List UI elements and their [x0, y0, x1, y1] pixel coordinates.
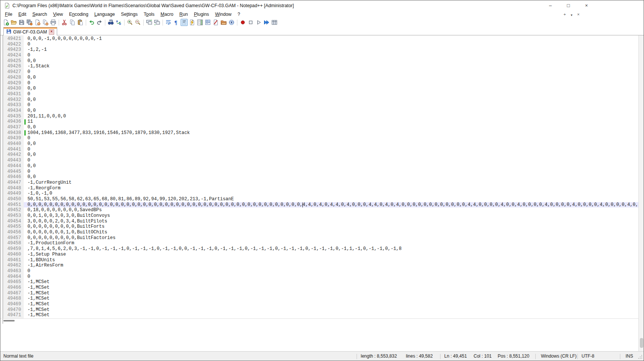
line-number[interactable]: 49459 [3, 246, 24, 252]
document-list-icon[interactable] [204, 19, 211, 26]
macro-stop-icon[interactable] [247, 19, 254, 26]
redo-icon[interactable] [96, 19, 103, 26]
line-number[interactable]: 49465 [3, 279, 24, 285]
code-line[interactable]: 0 [24, 147, 638, 152]
folder-workspace-icon[interactable] [220, 19, 227, 26]
macro-record-icon[interactable] [239, 19, 246, 26]
menu-plugins[interactable]: Plugins [191, 11, 212, 18]
menu-settings[interactable]: Settings [118, 11, 140, 18]
code-line[interactable]: -1,MCSet [24, 312, 638, 318]
line-number[interactable]: 49448 [3, 186, 24, 191]
encoding-status[interactable]: UTF-8 [582, 353, 594, 359]
new-tab-button[interactable]: + [564, 11, 566, 18]
code-line[interactable]: 0,0 [24, 108, 638, 114]
sync-vertical-icon[interactable] [146, 19, 153, 26]
menu-tools[interactable]: Tools [141, 11, 158, 18]
document-map-icon[interactable] [196, 19, 204, 26]
line-number[interactable]: 49456 [3, 230, 24, 235]
line-number[interactable]: 49440 [3, 141, 24, 147]
insert-mode-status[interactable]: INS [626, 353, 633, 359]
menu-encoding[interactable]: Encoding [66, 11, 91, 18]
cut-icon[interactable] [61, 19, 68, 26]
line-number[interactable]: 49421 [3, 36, 24, 42]
monitoring-icon[interactable] [228, 19, 235, 26]
line-number[interactable]: 49424 [3, 53, 24, 58]
code-line[interactable]: -1,MCSet [24, 285, 638, 291]
code-line[interactable]: 0 [24, 169, 638, 175]
close-icon[interactable] [34, 19, 41, 26]
vertical-scrollbar[interactable] [638, 35, 644, 351]
line-number[interactable]: 49450 [3, 196, 24, 202]
print-icon[interactable] [50, 19, 57, 26]
line-number[interactable]: 49435 [3, 114, 24, 119]
line-number[interactable]: 49437 [3, 125, 24, 130]
close-window-button[interactable]: × [578, 0, 595, 11]
menu-edit[interactable]: Edit [15, 11, 29, 18]
macro-run-multi-icon[interactable] [263, 19, 270, 26]
code-line[interactable]: -1,MCSet [24, 279, 638, 285]
word-wrap-icon[interactable] [165, 19, 172, 26]
code-line[interactable]: -1,CurrReorgUnit [24, 180, 638, 186]
line-number[interactable]: 49430 [3, 86, 24, 91]
code-line[interactable]: 0 [24, 136, 638, 141]
code-line[interactable]: 0 [24, 91, 638, 97]
code-line[interactable]: -1,0,-1,0 [24, 191, 638, 196]
line-number[interactable]: 49445 [3, 169, 24, 175]
code-line[interactable]: 0 [24, 53, 638, 58]
code-line[interactable]: -1,MCSet [24, 296, 638, 302]
line-number[interactable]: 49427 [3, 69, 24, 75]
code-line[interactable]: 0,0,0,0,0,0,0,0,0,BuiltFactories [24, 235, 638, 241]
close-tab-button[interactable]: × [577, 11, 579, 18]
line-number[interactable]: 49463 [3, 268, 24, 274]
menu-help[interactable]: ? [234, 11, 243, 18]
line-number[interactable]: 49469 [3, 302, 24, 307]
code-line[interactable]: 0,0 [24, 86, 638, 91]
line-number[interactable]: 49460 [3, 252, 24, 257]
code-line[interactable]: 0,0 [24, 163, 638, 169]
line-number[interactable]: 49457 [3, 235, 24, 241]
line-number[interactable]: 49449 [3, 191, 24, 196]
line-number[interactable]: 49464 [3, 274, 24, 280]
paste-icon[interactable] [77, 19, 84, 26]
menu-run[interactable]: Run [176, 11, 191, 18]
line-number[interactable]: 49436 [3, 119, 24, 125]
menu-view[interactable]: View [50, 11, 66, 18]
code-line[interactable]: 0,0 [24, 174, 638, 180]
line-number[interactable]: 49422 [3, 42, 24, 47]
line-number-gutter[interactable]: 4942149422494234942449425494264942749428… [3, 35, 24, 318]
line-number[interactable]: 49442 [3, 152, 24, 158]
code-line[interactable]: -1,BDUnits [24, 257, 638, 263]
code-line[interactable]: 0,0,0,0,0,0,0,0,0,0,0,0,0,0,0,0,0,0,0,0,… [24, 202, 638, 208]
code-line[interactable]: ,7,8,1,4,5,6,2,0,3,-1,-1,0,-1,-1,-1,0,-1… [24, 246, 638, 252]
code-line[interactable]: 0 [24, 102, 638, 108]
undo-icon[interactable] [88, 19, 95, 26]
code-line[interactable]: 3,0,0,0,0,2,0,3,4,BuiltPilots [24, 219, 638, 224]
vertical-scrollbar-thumb[interactable] [640, 338, 643, 348]
replace-icon[interactable]: ab [115, 19, 122, 26]
show-all-chars-icon[interactable]: ¶ [173, 19, 180, 26]
menu-file[interactable]: File [2, 11, 15, 18]
line-number[interactable]: 49458 [3, 241, 24, 246]
copy-icon[interactable] [69, 19, 76, 26]
line-number[interactable]: 49446 [3, 174, 24, 180]
macro-play-icon[interactable] [255, 19, 262, 26]
line-number[interactable]: 49471 [3, 312, 24, 318]
menu-macro[interactable]: Macro [158, 11, 176, 18]
tab-gw-cf-03[interactable]: GW-CF-03.GAM × [3, 27, 57, 35]
function-list-icon[interactable] [188, 19, 196, 26]
line-number[interactable]: 49434 [3, 108, 24, 114]
line-number[interactable]: 49432 [3, 97, 24, 103]
code-line[interactable]: 0,0 [24, 125, 638, 130]
file-browser-icon[interactable] [212, 19, 219, 26]
tab-list-button[interactable]: ▼ [570, 11, 573, 18]
indent-guides-icon[interactable] [181, 19, 188, 26]
code-line[interactable]: 0 [24, 69, 638, 75]
code-line[interactable]: 0 [24, 42, 638, 47]
code-line[interactable]: -1,AirResForm [24, 263, 638, 268]
line-number[interactable]: 49451 [3, 202, 24, 208]
line-number[interactable]: 49461 [3, 257, 24, 263]
code-line[interactable]: 0,18,0,0,0,0,0,0,0,SavedBPs [24, 207, 638, 213]
menu-window[interactable]: Window [212, 11, 235, 18]
line-number[interactable]: 49431 [3, 91, 24, 97]
line-number[interactable]: 49452 [3, 207, 24, 213]
